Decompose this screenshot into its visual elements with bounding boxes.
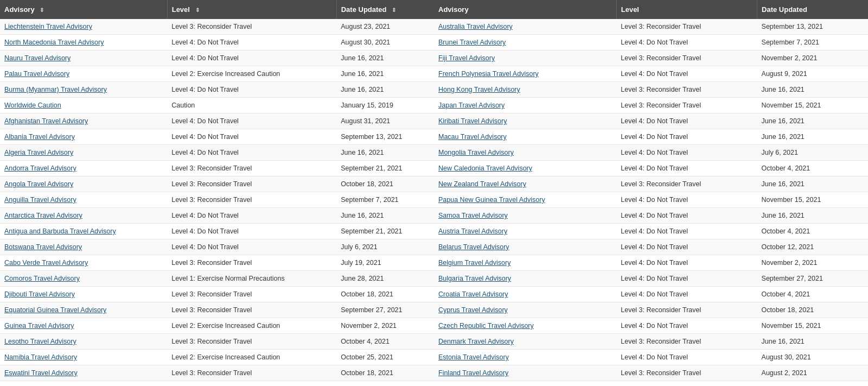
main-container: Advisory ⇕ Level ⇕ Date Updated ⇕ Liecht	[0, 0, 868, 386]
advisory-link[interactable]: Burma (Myanmar) Travel Advisory	[4, 86, 107, 93]
advisory-name-cell: Belarus Travel Advisory	[434, 239, 616, 255]
advisory-date-cell: June 16, 2021	[336, 50, 434, 66]
right-col2-header[interactable]: Level	[616, 0, 757, 19]
advisory-link[interactable]: Papua New Guinea Travel Advisory	[438, 196, 545, 204]
advisory-link[interactable]: Lesotho Travel Advisory	[4, 338, 76, 345]
advisory-link[interactable]: Djibouti Travel Advisory	[4, 290, 75, 298]
advisory-name-cell: Finland Travel Advisory	[434, 365, 616, 381]
advisory-link[interactable]: Liechtenstein Travel Advisory	[4, 23, 92, 30]
right-table-header-row: Advisory Level Date Updated	[434, 0, 868, 19]
advisory-date-cell: October 4, 2021	[757, 224, 868, 239]
advisory-date-cell: September 21, 2021	[336, 161, 434, 176]
advisory-link[interactable]: Australia Travel Advisory	[438, 23, 513, 30]
advisory-link[interactable]: Namibia Travel Advisory	[4, 353, 77, 361]
advisory-date-cell: November 15, 2021	[757, 192, 868, 208]
left-advisory-table: Advisory ⇕ Level ⇕ Date Updated ⇕ Liecht	[0, 0, 434, 381]
advisory-level-cell: Level 4: Do Not Travel	[616, 161, 757, 176]
advisory-link[interactable]: Andorra Travel Advisory	[4, 164, 76, 172]
table-row: Brunei Travel Advisory Level 4: Do Not T…	[434, 35, 868, 50]
advisory-link[interactable]: Czech Republic Travel Advisory	[438, 322, 534, 330]
advisory-link[interactable]: Palau Travel Advisory	[4, 70, 69, 78]
advisory-date-cell: June 16, 2021	[757, 129, 868, 145]
left-col1-header[interactable]: Advisory ⇕	[0, 0, 167, 19]
left-col2-header[interactable]: Level ⇕	[167, 0, 336, 19]
advisory-link[interactable]: Bulgaria Travel Advisory	[438, 275, 511, 282]
advisory-link[interactable]: Worldwide Caution	[4, 102, 61, 109]
advisory-link[interactable]: Kiribati Travel Advisory	[438, 117, 507, 125]
advisory-link[interactable]: New Caledonia Travel Advisory	[438, 164, 532, 172]
right-col1-header[interactable]: Advisory	[434, 0, 616, 19]
advisory-link[interactable]: Croatia Travel Advisory	[438, 290, 508, 298]
advisory-link[interactable]: French Polynesia Travel Advisory	[438, 70, 539, 78]
advisory-link[interactable]: Brunei Travel Advisory	[438, 39, 506, 46]
advisory-level-cell: Level 3: Reconsider Travel	[616, 98, 757, 113]
advisory-name-cell: Worldwide Caution	[0, 98, 167, 113]
advisory-link[interactable]: Austria Travel Advisory	[438, 227, 507, 235]
advisory-link[interactable]: Japan Travel Advisory	[438, 102, 505, 109]
advisory-link[interactable]: Botswana Travel Advisory	[4, 243, 82, 251]
advisory-link[interactable]: Estonia Travel Advisory	[438, 353, 509, 361]
advisory-link[interactable]: New Zealand Travel Advisory	[438, 180, 526, 188]
col2-sort-icon[interactable]: ⇕	[195, 7, 200, 13]
advisory-date-cell: September 27, 2021	[336, 302, 434, 318]
advisory-link[interactable]: Denmark Travel Advisory	[438, 338, 514, 345]
advisory-date-cell: October 18, 2021	[336, 176, 434, 192]
advisory-link[interactable]: Cabo Verde Travel Advisory	[4, 259, 88, 267]
col3-sort-icon[interactable]: ⇕	[392, 7, 396, 13]
table-row: France Travel Advisory Level 3: Reconsid…	[434, 381, 868, 387]
advisory-link[interactable]: Angola Travel Advisory	[4, 180, 73, 188]
table-row: Djibouti Travel Advisory Level 3: Recons…	[0, 287, 434, 302]
advisory-link[interactable]: Antarctica Travel Advisory	[4, 212, 82, 219]
advisory-name-cell: France Travel Advisory	[434, 381, 616, 387]
advisory-level-cell: Level 3: Reconsider Travel	[616, 334, 757, 350]
left-col2-label: Level	[172, 5, 190, 14]
advisory-link[interactable]: Nauru Travel Advisory	[4, 54, 71, 62]
advisory-link[interactable]: Hong Kong Travel Advisory	[438, 86, 520, 93]
left-table-section: Advisory ⇕ Level ⇕ Date Updated ⇕ Liecht	[0, 0, 434, 386]
advisory-level-cell: Level 3: Reconsider Travel	[616, 365, 757, 381]
table-row: Algeria Travel Advisory Level 4: Do Not …	[0, 145, 434, 161]
advisory-link[interactable]: Fiji Travel Advisory	[438, 54, 495, 62]
advisory-link[interactable]: Afghanistan Travel Advisory	[4, 117, 88, 125]
advisory-level-cell: Level 2: Exercise Increased Caution	[167, 350, 336, 365]
advisory-link[interactable]: Albania Travel Advisory	[4, 133, 75, 141]
advisory-link[interactable]: Algeria Travel Advisory	[4, 149, 73, 156]
advisory-name-cell: Guinea Travel Advisory	[0, 318, 167, 334]
advisory-date-cell: June 16, 2021	[336, 145, 434, 161]
advisory-link[interactable]: Antigua and Barbuda Travel Advisory	[4, 227, 116, 235]
advisory-date-cell: October 12, 2021	[757, 239, 868, 255]
table-row: Cabo Verde Travel Advisory Level 3: Reco…	[0, 255, 434, 271]
advisory-link[interactable]: Comoros Travel Advisory	[4, 275, 80, 282]
advisory-link[interactable]: Guinea Travel Advisory	[4, 322, 74, 330]
advisory-name-cell: Hong Kong Travel Advisory	[434, 82, 616, 98]
table-row: Antarctica Travel Advisory Level 4: Do N…	[0, 208, 434, 224]
right-col3-header[interactable]: Date Updated	[757, 0, 868, 19]
table-row: Bulgaria Travel Advisory Level 4: Do Not…	[434, 271, 868, 287]
advisory-link[interactable]: Belarus Travel Advisory	[438, 243, 509, 251]
advisory-link[interactable]: Eswatini Travel Advisory	[4, 369, 78, 377]
advisory-link[interactable]: Equatorial Guinea Travel Advisory	[4, 306, 106, 314]
advisory-level-cell: Level 4: Do Not Travel	[616, 350, 757, 365]
advisory-link[interactable]: Cyprus Travel Advisory	[438, 306, 508, 314]
left-table-header-row: Advisory ⇕ Level ⇕ Date Updated ⇕	[0, 0, 434, 19]
advisory-link[interactable]: Macau Travel Advisory	[438, 133, 507, 141]
table-row: Finland Travel Advisory Level 3: Reconsi…	[434, 365, 868, 381]
advisory-link[interactable]: North Macedonia Travel Advisory	[4, 39, 104, 46]
advisory-link[interactable]: Belgium Travel Advisory	[438, 259, 510, 267]
advisory-date-cell: June 16, 2021	[757, 334, 868, 350]
table-row: Botswana Travel Advisory Level 4: Do Not…	[0, 239, 434, 255]
col1-sort-icon[interactable]: ⇕	[40, 7, 44, 13]
advisory-link[interactable]: Anguilla Travel Advisory	[4, 196, 76, 204]
advisory-name-cell: French Polynesia Travel Advisory	[434, 66, 616, 82]
table-row: Austria Travel Advisory Level 4: Do Not …	[434, 224, 868, 239]
left-table-body: Liechtenstein Travel Advisory Level 3: R…	[0, 19, 434, 381]
advisory-link[interactable]: Finland Travel Advisory	[438, 369, 508, 377]
advisory-link[interactable]: Samoa Travel Advisory	[438, 212, 508, 219]
advisory-date-cell: June 16, 2021	[336, 66, 434, 82]
left-col3-header[interactable]: Date Updated ⇕	[336, 0, 434, 19]
advisory-level-cell: Level 3: Reconsider Travel	[616, 176, 757, 192]
table-row: Eswatini Travel Advisory Level 3: Recons…	[0, 365, 434, 381]
advisory-level-cell: Level 3: Reconsider Travel	[616, 82, 757, 98]
advisory-date-cell: October 4, 2021	[336, 334, 434, 350]
advisory-link[interactable]: Mongolia Travel Advisory	[438, 149, 514, 156]
